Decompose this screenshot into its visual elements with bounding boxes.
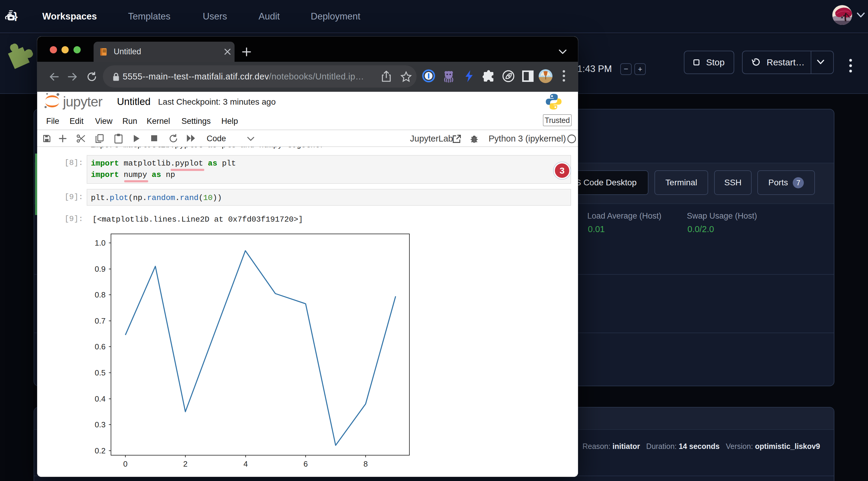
svg-text:2: 2 (183, 459, 187, 469)
svg-text:0.3: 0.3 (95, 420, 105, 429)
svg-text:0.7: 0.7 (95, 316, 105, 325)
svg-text:0.6: 0.6 (95, 342, 105, 351)
svg-text:0: 0 (123, 459, 127, 469)
svg-text:6: 6 (304, 459, 308, 469)
svg-text:1.0: 1.0 (95, 238, 105, 247)
svg-text:0.8: 0.8 (95, 290, 105, 299)
svg-text:0.9: 0.9 (95, 264, 105, 274)
svg-text:0.2: 0.2 (95, 446, 105, 455)
svg-text:0.4: 0.4 (95, 394, 105, 403)
svg-text:}: } (13, 10, 18, 21)
svg-text:4: 4 (244, 459, 248, 469)
svg-text:0.5: 0.5 (95, 368, 105, 377)
svg-text:8: 8 (364, 459, 368, 469)
